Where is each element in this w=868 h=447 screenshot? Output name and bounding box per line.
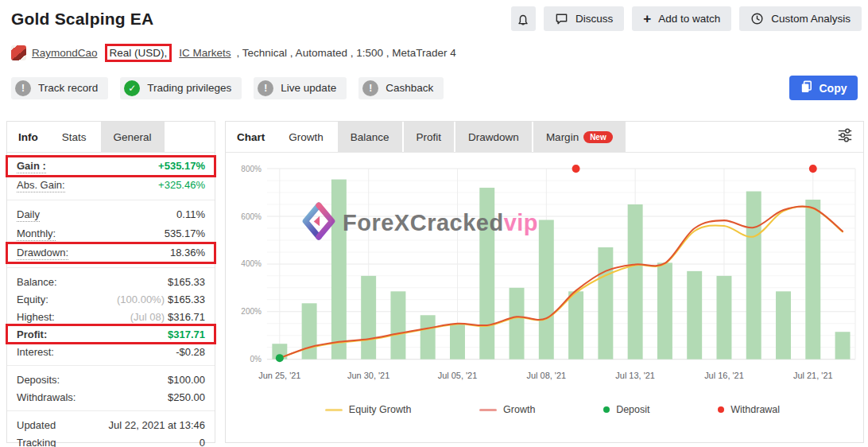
badge-label: Cashback [386,82,433,94]
legend-label: Deposit [616,404,649,415]
custom-analysis-button[interactable]: Custom Analysis [739,6,862,31]
stat-label[interactable]: Gain : [17,160,46,173]
legend-deposit[interactable]: Deposit [603,404,649,415]
chat-bubble-icon [555,12,568,25]
tab-balance[interactable]: Balance [338,122,402,152]
stat-label: Updated [17,419,56,431]
chart-legend: Equity Growth Growth Deposit Withdrawal [227,398,862,415]
stat-label: Equity: [17,293,48,305]
stat-value: 535.17% [165,227,205,239]
badge-label: Trading privileges [147,82,231,94]
stat-label: Interest: [17,346,54,358]
add-to-watch-label: Add to watch [658,13,720,25]
stat-value-note: (Jul 08) [130,311,165,323]
stat-value: 18.36% [170,247,205,258]
verification-badges: Track record Trading privileges Live upd… [11,77,444,99]
copy-button[interactable]: Copy [789,76,858,100]
deposit-dot-swatch [603,406,610,413]
svg-text:Jul 21, '21: Jul 21, '21 [793,371,833,380]
stat-row-interest: Interest: -$0.28 [7,343,215,360]
legend-equity-growth[interactable]: Equity Growth [325,404,412,415]
stat-row-updated: Updated Jul 22, 2021 at 13:46 [7,416,215,433]
account-meta-rest: , Technical , Automated , 1:500 , MetaTr… [237,47,456,59]
stat-row-drawdown: Drawdown: 18.36% [7,243,215,262]
stat-label[interactable]: Daily [17,208,40,222]
stat-value: -$0.28 [176,346,205,358]
stat-row-equity: Equity: (100.00%)$165.33 [7,290,215,308]
stat-value: $317.71 [168,328,205,340]
stat-value: 0.11% [176,208,205,220]
stat-row-withdrawals: Withdrawals: $250.00 [7,388,215,406]
badge-track-record[interactable]: Track record [11,77,108,99]
stat-row-monthly: Monthly: 535.17% [7,224,215,243]
badge-label: Track record [38,82,98,94]
custom-analysis-label: Custom Analysis [771,13,851,25]
divider [7,365,215,366]
stat-value: +325.46% [158,179,205,191]
badge-live-update[interactable]: Live update [254,77,347,99]
svg-text:Jul 13, '21: Jul 13, '21 [615,371,655,380]
check-icon [124,80,140,96]
discuss-button[interactable]: Discuss [544,6,624,31]
tab-stats[interactable]: Stats [49,122,99,152]
legend-label: Growth [503,404,535,415]
tab-chart[interactable]: Chart [226,122,276,152]
notifications-button[interactable] [511,6,536,31]
stat-value: (100.00%)$165.33 [117,293,205,305]
broker-link[interactable]: IC Markets [179,47,231,59]
divider [7,200,215,200]
stat-value: +535.17% [158,160,205,172]
stat-value: (Jul 08)$316.71 [130,311,205,323]
legend-label: Withdrawal [730,404,780,415]
tab-growth[interactable]: Growth [276,122,336,152]
svg-text:400%: 400% [241,259,262,268]
stat-label: Deposits: [17,374,60,386]
svg-text:600%: 600% [241,212,262,220]
stat-row-highest: Highest: (Jul 08)$316.71 [7,308,215,325]
stat-row-balance: Balance: $165.33 [7,273,215,290]
author-link[interactable]: RaymondCao [32,47,98,59]
tab-info[interactable]: Info [7,122,49,152]
stat-label[interactable]: Drawdown: [17,247,68,260]
stat-label: Highest: [17,311,55,323]
svg-text:0%: 0% [250,355,262,363]
stat-label[interactable]: Monthly: [17,227,56,241]
new-badge: New [583,131,613,143]
stat-label: Balance: [17,276,57,288]
plus-icon: + [643,12,651,25]
stat-value: $250.00 [168,391,205,403]
equity-growth-line-swatch [325,409,343,411]
chart-settings-button[interactable] [827,122,863,152]
stat-value: 0 [200,437,205,447]
tab-margin[interactable]: Margin New [533,122,626,152]
withdrawal-dot-swatch [718,406,724,413]
page-header: Gold Scalping EA Discuss + Add to watch [0,0,868,100]
stat-label[interactable]: Abs. Gain: [17,179,65,192]
stat-value: $165.33 [168,276,205,288]
chart-panel: Chart Growth Balance Profit Drawdown Mar… [225,121,864,443]
stat-row-abs-gain: Abs. Gain: +325.46% [7,176,215,195]
legend-withdrawal[interactable]: Withdrawal [718,404,780,415]
stat-row-deposits: Deposits: $100.00 [7,371,215,388]
tab-profit[interactable]: Profit [404,122,455,152]
chart-tabs: Chart Growth Balance Profit Drawdown Mar… [226,122,863,153]
page-title: Gold Scalping EA [11,6,153,29]
add-to-watch-button[interactable]: + Add to watch [632,6,731,31]
growth-chart-svg[interactable]: 0%200%400%600%800%Jun 25, '21Jun 30, '21… [227,157,862,398]
stat-value-note: (100.00%) [117,293,165,305]
badge-cashback[interactable]: Cashback [358,77,444,99]
divider [7,267,215,268]
copy-label: Copy [820,82,847,95]
badge-trading-privileges[interactable]: Trading privileges [120,77,242,99]
stats-tabs: Info Stats General [7,122,215,153]
stats-panel: Info Stats General Gain : +535.17% Abs. … [6,121,215,443]
discuss-label: Discuss [575,13,613,25]
legend-label: Equity Growth [349,404,412,415]
stat-label: Withdrawals: [17,391,76,403]
badge-label: Live update [281,82,336,94]
tab-general[interactable]: General [101,122,165,152]
copy-icon [800,80,812,95]
stat-label: Tracking [17,437,56,447]
tab-drawdown[interactable]: Drawdown [455,122,532,152]
legend-growth[interactable]: Growth [479,404,535,415]
